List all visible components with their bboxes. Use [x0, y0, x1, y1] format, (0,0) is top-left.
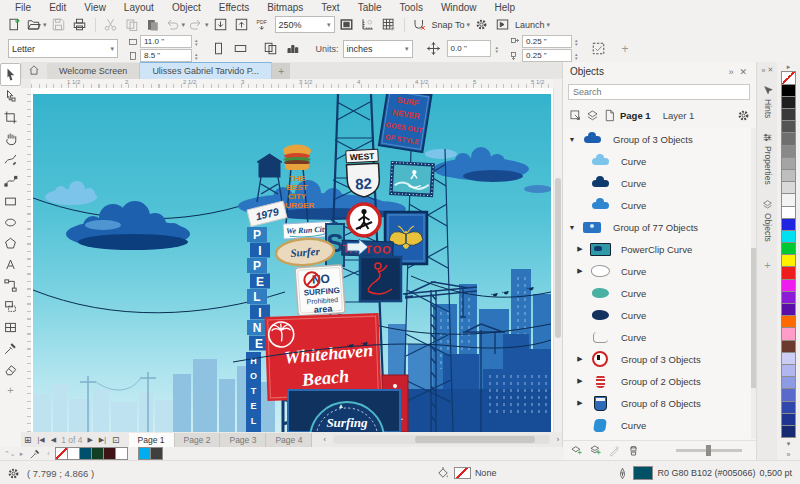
- rectangle-tool[interactable]: [1, 191, 20, 212]
- collapse-arrow-icon[interactable]: ▼: [567, 224, 577, 231]
- canvas-horizontal-scrollbar[interactable]: [333, 435, 550, 444]
- menu-item-layout[interactable]: Layout: [115, 2, 163, 13]
- polygon-tool[interactable]: [1, 233, 20, 254]
- strip-collapse-icon[interactable]: »: [762, 67, 766, 74]
- redo-button[interactable]: ▾: [188, 16, 209, 34]
- crop-tool[interactable]: [1, 107, 20, 128]
- menu-item-window[interactable]: Window: [432, 2, 486, 13]
- mesh-fill-tool[interactable]: [1, 317, 20, 338]
- menu-item-edit[interactable]: Edit: [40, 2, 75, 13]
- page-width-field[interactable]: 11.0 ": [140, 35, 192, 48]
- save-button[interactable]: [50, 16, 68, 34]
- portrait-button[interactable]: [210, 40, 228, 58]
- copy-button[interactable]: [123, 16, 141, 34]
- landscape-button[interactable]: [232, 40, 250, 58]
- rulers-toggle-button[interactable]: [359, 16, 377, 34]
- object-tree-item[interactable]: Curve: [563, 414, 751, 436]
- fullscreen-preview-button[interactable]: [338, 16, 356, 34]
- next-page-button[interactable]: ▶: [84, 436, 95, 444]
- page-tab[interactable]: Page 3: [220, 433, 266, 447]
- object-tree-item[interactable]: Curve: [563, 304, 751, 326]
- treat-as-filled-button[interactable]: [590, 40, 608, 58]
- customize-propbar-button[interactable]: +: [622, 42, 629, 56]
- page-tab[interactable]: Page 4: [266, 433, 312, 447]
- object-tree-item[interactable]: ▼Group of 77 Objects: [563, 216, 751, 238]
- docker-options-gear-icon[interactable]: [736, 108, 751, 123]
- palette-expand-icon[interactable]: »: [787, 450, 791, 460]
- color-swatch[interactable]: [115, 447, 128, 460]
- menu-item-text[interactable]: Text: [312, 2, 348, 13]
- export-button[interactable]: [233, 16, 251, 34]
- page-size-preset-select[interactable]: Letter▾: [8, 39, 118, 58]
- new-document-button[interactable]: [5, 16, 23, 34]
- shape-tool[interactable]: [1, 86, 20, 107]
- cut-button[interactable]: [102, 16, 120, 34]
- paste-button[interactable]: [144, 16, 162, 34]
- page-tab[interactable]: Page 2: [175, 433, 221, 447]
- snap-off-icon[interactable]: [411, 16, 429, 34]
- launch-icon[interactable]: [494, 16, 512, 34]
- menu-item-bitmaps[interactable]: Bitmaps: [258, 2, 312, 13]
- docpal-collapse-icon[interactable]: ‹: [45, 450, 51, 457]
- fill-status[interactable]: None: [436, 466, 497, 480]
- print-button[interactable]: [71, 16, 89, 34]
- color-swatch[interactable]: [150, 447, 163, 460]
- open-dropdown-caret[interactable]: ▾: [43, 21, 47, 29]
- eraser-tool[interactable]: [1, 359, 20, 380]
- scrollbar-thumb[interactable]: [555, 178, 561, 338]
- ellipse-tool[interactable]: [1, 212, 20, 233]
- pick-tool[interactable]: [0, 63, 21, 86]
- expand-arrow-icon[interactable]: ▶: [575, 355, 585, 363]
- snap-to-button[interactable]: Snap To▾: [432, 16, 470, 34]
- opacity-slider[interactable]: [676, 449, 742, 452]
- undo-button[interactable]: ▾: [165, 16, 186, 34]
- edit-layer-icon[interactable]: [608, 444, 621, 457]
- strip-close-icon[interactable]: ✕: [768, 66, 774, 74]
- document-tab[interactable]: Ulisses Gabriel Tarvido P...: [140, 62, 272, 79]
- docpal-scroll-icons[interactable]: ⌃⌄: [2, 450, 18, 458]
- publish-pdf-button[interactable]: PDF: [254, 16, 272, 34]
- color-swatch[interactable]: [781, 425, 796, 438]
- search-input[interactable]: [568, 84, 750, 100]
- object-tree-item[interactable]: Curve: [563, 150, 751, 172]
- duplicate-x-field[interactable]: 0.25 ": [522, 35, 572, 48]
- drawing-canvas[interactable]: THE BEST CITY BURGER SURF NEVER GOES OUT…: [31, 88, 553, 432]
- show-objects-icon[interactable]: [569, 109, 582, 122]
- object-tree-item[interactable]: ▶PowerClip Curve: [563, 238, 751, 260]
- docker-tab-objects[interactable]: Objects: [762, 192, 773, 249]
- expand-arrow-icon[interactable]: ▶: [575, 245, 585, 253]
- nudge-spinner[interactable]: ▴▾: [496, 45, 499, 53]
- outline-status[interactable]: R0 G80 B102 (#005066) 0,500 pt: [616, 466, 792, 480]
- object-tree-item[interactable]: ▼Group of 3 Objects: [563, 128, 751, 150]
- last-page-button[interactable]: ▶|: [96, 436, 109, 444]
- grid-toggle-button[interactable]: [380, 16, 398, 34]
- docker-tab-hints[interactable]: Hints: [762, 78, 773, 125]
- units-select[interactable]: inches▾: [343, 40, 413, 58]
- menu-item-help[interactable]: Help: [486, 2, 525, 13]
- expand-arrow-icon[interactable]: ▶: [575, 399, 585, 407]
- page-label[interactable]: Page 1: [620, 110, 651, 121]
- menu-item-object[interactable]: Object: [163, 2, 210, 13]
- expand-arrow-icon[interactable]: ▶: [575, 377, 585, 385]
- object-tree-item[interactable]: Curve: [563, 172, 751, 194]
- object-tree-item[interactable]: ▶Group of 3 Objects: [563, 348, 751, 370]
- zoom-level-combo[interactable]: 250%▾: [275, 16, 335, 33]
- document-tab[interactable]: Welcome Screen: [47, 63, 140, 79]
- page-width-spinner[interactable]: ▴▾: [195, 38, 198, 46]
- object-tree-item[interactable]: Rectangle: [563, 436, 751, 439]
- object-tree-item[interactable]: ▶Group of 2 Objects: [563, 370, 751, 392]
- options-gear-button[interactable]: [473, 16, 491, 34]
- status-gear-icon[interactable]: [6, 466, 21, 481]
- scrollbar-thumb[interactable]: [415, 436, 535, 443]
- palette-scroll-down-icon[interactable]: ▾: [787, 439, 791, 449]
- new-layer-icon[interactable]: [570, 444, 583, 457]
- eyedropper-tool[interactable]: [1, 338, 20, 359]
- page-tab[interactable]: Page 1: [129, 433, 175, 447]
- previous-page-button[interactable]: ◀: [48, 436, 59, 444]
- go-to-page-button[interactable]: ⊡: [109, 435, 123, 445]
- text-tool[interactable]: [1, 254, 20, 275]
- docpal-eyedropper-icon[interactable]: [29, 448, 41, 460]
- duplicate-y-field[interactable]: 0.25 ": [522, 49, 572, 62]
- layer-label[interactable]: Layer 1: [663, 110, 695, 121]
- menu-item-effects[interactable]: Effects: [210, 2, 258, 13]
